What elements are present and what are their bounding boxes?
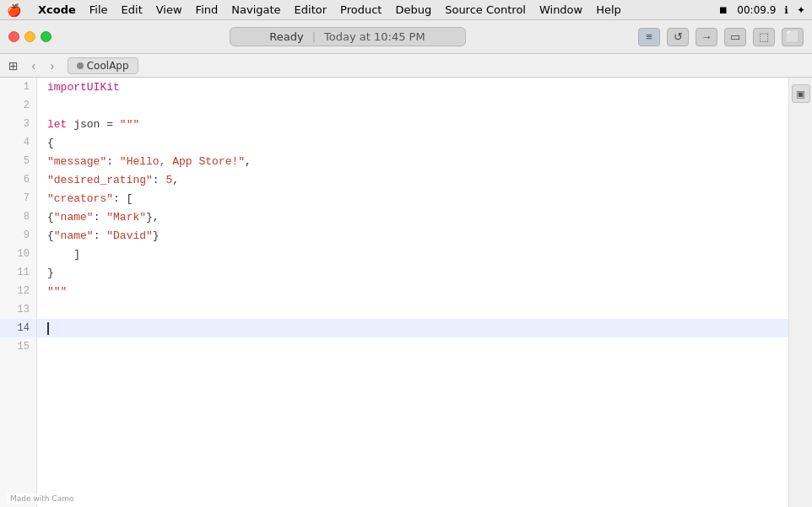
forward-button[interactable]: › (44, 57, 61, 74)
code-line-1: import UIKit (37, 78, 788, 96)
code-line-14 (37, 319, 788, 337)
line-number-8: 8 (0, 208, 36, 226)
code-line-9: { "name": "David" } (37, 226, 788, 245)
close-button[interactable] (8, 31, 19, 42)
layout-3-button[interactable]: ⬜ (782, 28, 804, 46)
tabbar: ⊞ ‹ › CoolApp (0, 54, 812, 78)
line-number-5: 5 (0, 152, 36, 170)
editor-container: 123456789101112131415 import UIKitlet js… (0, 78, 812, 507)
code-line-2 (37, 96, 788, 115)
line-number-gutter: 123456789101112131415 (0, 78, 37, 507)
line-number-11: 11 (0, 263, 36, 282)
code-line-3: let json = """ (37, 115, 788, 133)
code-line-8: { "name": "Mark" }, (37, 208, 788, 226)
right-sidebar: ▣ (788, 78, 812, 507)
line-number-10: 10 (0, 245, 36, 263)
titlebar-center: Ready | Today at 10:45 PM (63, 27, 631, 46)
code-line-4: { (37, 133, 788, 152)
refresh-button[interactable]: ↺ (667, 28, 689, 46)
tabbar-nav: ‹ › (25, 57, 61, 74)
menu-edit[interactable]: Edit (122, 3, 143, 16)
titlebar-right: ≡ ↺ → ▭ ⬚ ⬜ (638, 28, 804, 46)
menu-source-control[interactable]: Source Control (445, 3, 526, 16)
layout-2-button[interactable]: ⬚ (753, 28, 775, 46)
line-number-13: 13 (0, 300, 36, 319)
line-number-14: 14 (0, 319, 36, 337)
line-number-4: 4 (0, 133, 36, 152)
status-time: Today at 10:45 PM (324, 30, 425, 43)
titlebar: Ready | Today at 10:45 PM ≡ ↺ → ▭ ⬚ ⬜ (0, 20, 812, 54)
code-line-5: "message": "Hello, App Store!", (37, 152, 788, 170)
line-number-15: 15 (0, 337, 36, 356)
timer-display: 00:09.9 (737, 4, 776, 16)
menu-find[interactable]: Find (196, 3, 219, 16)
code-line-11: } (37, 263, 788, 282)
align-left-button[interactable]: ≡ (638, 28, 660, 46)
menubar-right: ⏹ 00:09.9 ℹ ✦ (718, 4, 805, 16)
code-line-13 (37, 300, 788, 319)
menu-editor[interactable]: Editor (295, 3, 327, 16)
line-number-3: 3 (0, 115, 36, 133)
tab-coolapp[interactable]: CoolApp (68, 57, 138, 74)
text-cursor (47, 322, 49, 335)
grid-icon[interactable]: ⊞ (5, 59, 22, 73)
line-number-7: 7 (0, 189, 36, 208)
code-line-10: ] (37, 245, 788, 263)
menu-file[interactable]: File (89, 3, 108, 16)
maximize-button[interactable] (41, 31, 51, 42)
code-line-7: "creators": [ (37, 189, 788, 208)
recording-indicator-icon: ⏹ (718, 4, 728, 16)
menu-navigate[interactable]: Navigate (231, 3, 280, 16)
code-line-6: "desired_rating": 5, (37, 170, 788, 189)
info-icon[interactable]: ℹ (784, 4, 788, 16)
tab-dot-icon (77, 62, 84, 69)
minimap-button[interactable]: ▣ (792, 84, 810, 103)
tab-label: CoolApp (87, 60, 129, 72)
line-number-12: 12 (0, 282, 36, 300)
code-line-15 (37, 337, 788, 356)
menu-debug[interactable]: Debug (395, 3, 431, 16)
line-number-9: 9 (0, 226, 36, 245)
status-box: Ready | Today at 10:45 PM (230, 27, 466, 46)
menu-xcode[interactable]: Xcode (38, 3, 76, 16)
menu-window[interactable]: Window (539, 3, 582, 16)
layout-1-button[interactable]: ▭ (724, 28, 746, 46)
line-number-2: 2 (0, 96, 36, 115)
traffic-lights (8, 31, 51, 42)
minimize-button[interactable] (24, 31, 35, 42)
menubar: 🍎 Xcode File Edit View Find Navigate Edi… (0, 0, 812, 20)
menu-product[interactable]: Product (340, 3, 382, 16)
status-label: Ready (269, 30, 303, 43)
menu-view[interactable]: View (156, 3, 182, 16)
menu-help[interactable]: Help (596, 3, 621, 16)
watermark: Made with Camo (7, 494, 77, 504)
line-number-6: 6 (0, 170, 36, 189)
line-number-1: 1 (0, 78, 36, 96)
status-separator: | (312, 30, 316, 43)
back-button[interactable]: ‹ (25, 57, 42, 74)
apple-menu-icon[interactable]: 🍎 (7, 3, 21, 17)
code-line-12: """ (37, 282, 788, 300)
code-area[interactable]: import UIKitlet json = """{ "message": "… (37, 78, 788, 507)
arrow-right-button[interactable]: → (696, 28, 717, 46)
extra-icon[interactable]: ✦ (797, 4, 805, 16)
